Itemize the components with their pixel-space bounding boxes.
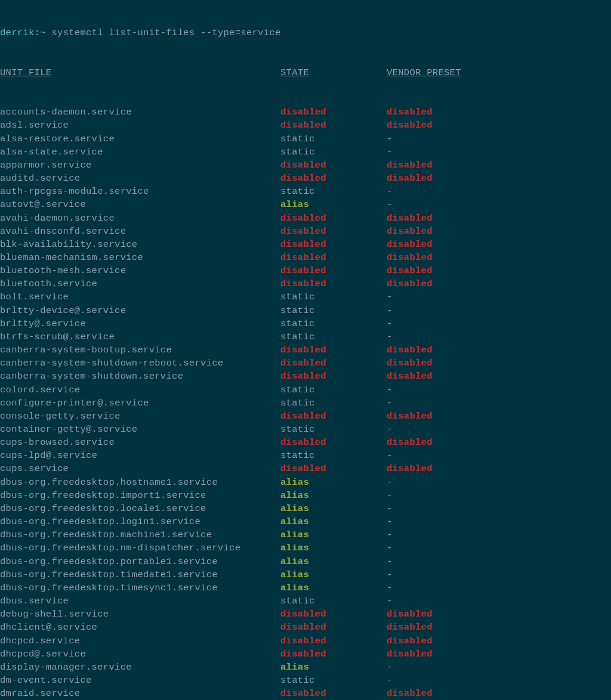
- table-row: dbus-org.freedesktop.hostname1.serviceal…: [0, 476, 611, 489]
- unit-file-name: apparmor.service: [0, 159, 280, 172]
- unit-preset: disabled: [387, 225, 433, 238]
- unit-file-name: dhclient@.service: [0, 621, 280, 634]
- prompt-user: derrik: [0, 27, 35, 38]
- unit-file-name: accounts-daemon.service: [0, 106, 280, 119]
- unit-preset: disabled: [387, 238, 433, 251]
- unit-state: alias: [280, 502, 387, 515]
- table-row: cups-browsed.servicedisableddisabled: [0, 436, 611, 449]
- command-text: [46, 27, 52, 38]
- unit-file-name: canberra-system-shutdown-reboot.service: [0, 357, 280, 370]
- unit-file-name: colord.service: [0, 383, 280, 397]
- unit-state: alias: [280, 476, 387, 489]
- table-row: dbus-org.freedesktop.import1.servicealia…: [0, 489, 611, 502]
- unit-state: alias: [280, 581, 387, 594]
- header-state: STATE: [280, 66, 387, 79]
- unit-preset: disabled: [387, 277, 433, 290]
- unit-file-name: dbus-org.freedesktop.portable1.service: [0, 555, 280, 568]
- unit-file-name: alsa-state.service: [0, 145, 280, 159]
- unit-state: alias: [280, 568, 387, 581]
- unit-file-name: auth-rpcgss-module.service: [0, 185, 280, 198]
- unit-state: disabled: [280, 634, 387, 648]
- unit-state: static: [280, 397, 387, 410]
- unit-state: static: [280, 132, 387, 145]
- table-row: avahi-dnsconfd.servicedisableddisabled: [0, 225, 611, 238]
- unit-preset: -: [387, 541, 393, 555]
- unit-preset: -: [387, 330, 393, 343]
- unit-state: disabled: [280, 225, 387, 238]
- unit-preset: -: [387, 383, 393, 397]
- table-row: bluetooth.servicedisableddisabled: [0, 277, 611, 290]
- header-preset: VENDOR PRESET: [387, 66, 461, 79]
- table-row: auditd.servicedisableddisabled: [0, 172, 611, 185]
- unit-preset: -: [387, 449, 393, 462]
- unit-file-name: dbus.service: [0, 594, 280, 608]
- table-row: blueman-mechanism.servicedisableddisable…: [0, 251, 611, 264]
- unit-preset: -: [387, 489, 393, 502]
- unit-state: disabled: [280, 687, 387, 700]
- unit-state: disabled: [280, 462, 387, 475]
- unit-preset: -: [387, 555, 393, 568]
- unit-state: alias: [280, 198, 387, 211]
- unit-state: static: [280, 423, 387, 436]
- unit-preset: -: [387, 304, 393, 317]
- unit-preset: disabled: [387, 648, 433, 661]
- unit-preset: disabled: [387, 172, 433, 185]
- command-text-value: systemctl list-unit-files --type=service: [51, 27, 280, 38]
- unit-preset: disabled: [387, 462, 433, 475]
- unit-state: alias: [280, 661, 387, 674]
- terminal-output[interactable]: derrik:~ systemctl list-unit-files --typ…: [0, 0, 611, 700]
- table-row: dbus-org.freedesktop.locale1.servicealia…: [0, 502, 611, 515]
- prompt-line: derrik:~ systemctl list-unit-files --typ…: [0, 26, 611, 39]
- unit-file-name: container-getty@.service: [0, 423, 280, 436]
- unit-preset: -: [387, 145, 393, 159]
- unit-preset: -: [387, 674, 393, 687]
- unit-file-name: blk-availability.service: [0, 238, 280, 251]
- unit-state: static: [280, 674, 387, 687]
- unit-preset: disabled: [387, 119, 433, 132]
- unit-file-name: display-manager.service: [0, 661, 280, 674]
- table-row: cups.servicedisableddisabled: [0, 462, 611, 475]
- unit-state: static: [280, 317, 387, 330]
- unit-state: disabled: [280, 608, 387, 621]
- unit-file-name: canberra-system-shutdown.service: [0, 370, 280, 383]
- table-row: canberra-system-shutdown-reboot.serviced…: [0, 357, 611, 370]
- unit-state: alias: [280, 541, 387, 555]
- unit-state: static: [280, 594, 387, 608]
- unit-file-name: dbus-org.freedesktop.hostname1.service: [0, 476, 280, 489]
- prompt-path: ~: [40, 27, 46, 38]
- table-row: accounts-daemon.servicedisableddisabled: [0, 106, 611, 119]
- unit-file-name: blueman-mechanism.service: [0, 251, 280, 264]
- table-row: dhclient@.servicedisableddisabled: [0, 621, 611, 634]
- unit-state: disabled: [280, 357, 387, 370]
- table-row: bolt.servicestatic-: [0, 290, 611, 303]
- unit-file-name: alsa-restore.service: [0, 132, 280, 145]
- unit-preset: -: [387, 132, 393, 145]
- unit-file-name: dbus-org.freedesktop.timedate1.service: [0, 568, 280, 581]
- unit-file-name: dbus-org.freedesktop.import1.service: [0, 489, 280, 502]
- table-row: debug-shell.servicedisableddisabled: [0, 608, 611, 621]
- unit-file-name: cups.service: [0, 462, 280, 475]
- unit-file-name: cups-lpd@.service: [0, 449, 280, 462]
- unit-file-name: bolt.service: [0, 290, 280, 303]
- unit-state: alias: [280, 555, 387, 568]
- table-row: alsa-restore.servicestatic-: [0, 132, 611, 145]
- unit-file-name: dbus-org.freedesktop.machine1.service: [0, 528, 280, 541]
- table-row: dbus-org.freedesktop.portable1.serviceal…: [0, 555, 611, 568]
- table-row: dbus-org.freedesktop.login1.servicealias…: [0, 515, 611, 528]
- unit-file-name: btrfs-scrub@.service: [0, 330, 280, 343]
- unit-state: disabled: [280, 621, 387, 634]
- table-row: dhcpcd.servicedisableddisabled: [0, 634, 611, 648]
- unit-file-name: adsl.service: [0, 119, 280, 132]
- unit-state: disabled: [280, 410, 387, 423]
- unit-preset: -: [387, 185, 393, 198]
- unit-state: alias: [280, 515, 387, 528]
- header-unit: UNIT FILE: [0, 66, 280, 79]
- unit-preset: disabled: [387, 634, 433, 648]
- unit-state: static: [280, 330, 387, 343]
- table-row: auth-rpcgss-module.servicestatic-: [0, 185, 611, 198]
- unit-preset: -: [387, 568, 393, 581]
- unit-state: alias: [280, 489, 387, 502]
- unit-state: static: [280, 145, 387, 159]
- unit-preset: disabled: [387, 621, 433, 634]
- table-row: configure-printer@.servicestatic-: [0, 397, 611, 410]
